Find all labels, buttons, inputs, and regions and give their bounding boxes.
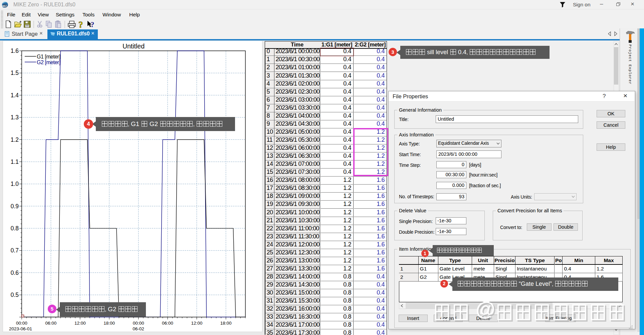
svg-text:Untitled: Untitled [123,42,145,50]
svg-text:1.4: 1.4 [11,92,19,99]
svg-text:06-02: 06-02 [133,326,144,331]
svg-text:G2 [meter]: G2 [meter] [37,60,60,65]
svg-text:06:00: 06:00 [162,321,173,326]
svg-text:1.5: 1.5 [11,70,19,76]
svg-text:00:00: 00:00 [133,321,144,326]
svg-text:0.6: 0.6 [11,269,19,276]
svg-text:0.5: 0.5 [11,292,19,298]
svg-text:?: ? [90,20,94,29]
svg-text:18:00: 18:00 [220,321,232,326]
svg-text:0.7: 0.7 [11,247,19,254]
svg-text:G1 [meter]: G1 [meter] [37,54,60,60]
svg-text:0.9: 0.9 [11,203,19,210]
svg-text:1.3: 1.3 [11,114,19,121]
svg-text:18:00: 18:00 [103,321,115,326]
svg-text:1.1: 1.1 [11,158,19,165]
svg-text:M2: M2 [3,4,7,8]
svg-text:00:00: 00:00 [16,321,27,326]
svg-text:2023-06-01: 2023-06-01 [9,326,32,331]
svg-text:12:00: 12:00 [191,321,202,326]
svg-text:1.6: 1.6 [11,47,19,54]
svg-text:12:00: 12:00 [74,321,86,326]
svg-text:1.2: 1.2 [11,136,19,143]
svg-text:?: ? [78,20,83,29]
svg-text:1.0: 1.0 [11,181,19,187]
svg-text:0.8: 0.8 [11,225,19,232]
svg-text:06:00: 06:00 [45,321,57,326]
